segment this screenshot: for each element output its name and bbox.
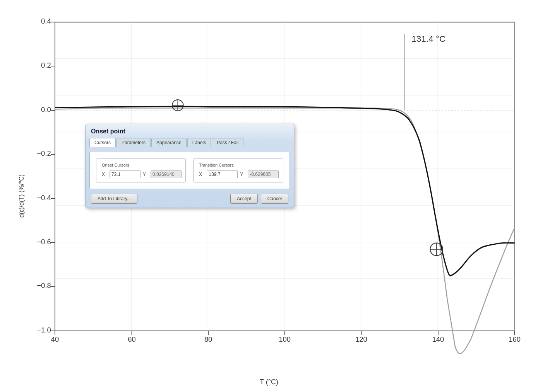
svg-text:160: 160 bbox=[509, 335, 521, 343]
svg-text:80: 80 bbox=[204, 335, 212, 343]
svg-text:0.0: 0.0 bbox=[41, 106, 51, 114]
svg-text:−0.4: −0.4 bbox=[37, 194, 51, 202]
transition-x-input[interactable] bbox=[207, 170, 238, 178]
dialog-title: Onset point bbox=[89, 128, 290, 135]
svg-text:100: 100 bbox=[279, 335, 291, 343]
svg-text:−0.2: −0.2 bbox=[37, 149, 51, 157]
onset-dialog: Onset point Cursors Parameters Appearanc… bbox=[85, 124, 294, 208]
cancel-button[interactable]: Cancel bbox=[261, 194, 288, 204]
tab-appearance[interactable]: Appearance bbox=[151, 138, 187, 147]
transition-y-label: Y bbox=[240, 172, 245, 177]
x-axis-label: T (°C) bbox=[260, 378, 278, 386]
transition-y-input[interactable] bbox=[248, 170, 279, 178]
onset-y-label: Y bbox=[143, 172, 148, 177]
onset-y-input[interactable] bbox=[151, 170, 182, 178]
tab-parameters[interactable]: Parameters bbox=[117, 138, 151, 147]
svg-text:−1.0: −1.0 bbox=[37, 326, 51, 334]
svg-text:0.4: 0.4 bbox=[41, 17, 51, 25]
svg-text:140: 140 bbox=[432, 335, 444, 343]
add-library-button[interactable]: Add To Library... bbox=[91, 194, 137, 204]
dialog-content: Onset Cursors X Y Transition Cursors X Y bbox=[89, 152, 290, 189]
dialog-buttons: Add To Library... Accept Cancel bbox=[89, 194, 290, 204]
svg-text:120: 120 bbox=[355, 335, 367, 343]
tab-cursors[interactable]: Cursors bbox=[89, 138, 116, 147]
svg-text:0.2: 0.2 bbox=[41, 61, 51, 69]
transition-cursors-label: Transition Cursors bbox=[199, 163, 277, 167]
onset-cursors-group: Onset Cursors X Y bbox=[96, 159, 186, 182]
transition-x-label: X bbox=[199, 172, 204, 177]
svg-text:−0.8: −0.8 bbox=[37, 281, 51, 290]
tab-labels[interactable]: Labels bbox=[187, 138, 211, 147]
dialog-tabs: Cursors Parameters Appearance Labels Pas… bbox=[89, 138, 290, 147]
onset-x-input[interactable] bbox=[110, 170, 140, 178]
transition-cursors-group: Transition Cursors X Y bbox=[193, 159, 283, 182]
onset-cursors-label: Onset Cursors bbox=[102, 163, 180, 167]
svg-text:40: 40 bbox=[51, 335, 59, 343]
tab-pass-fail[interactable]: Pass / Fail bbox=[212, 138, 243, 147]
transition-cursor-fields: X Y bbox=[199, 170, 277, 178]
svg-text:60: 60 bbox=[128, 335, 135, 343]
accept-button[interactable]: Accept bbox=[230, 194, 258, 204]
onset-cursor-fields: X Y bbox=[102, 170, 180, 178]
svg-text:131.4 °C: 131.4 °C bbox=[411, 34, 445, 44]
svg-text:−0.6: −0.6 bbox=[37, 238, 51, 246]
onset-x-label: X bbox=[102, 172, 107, 177]
